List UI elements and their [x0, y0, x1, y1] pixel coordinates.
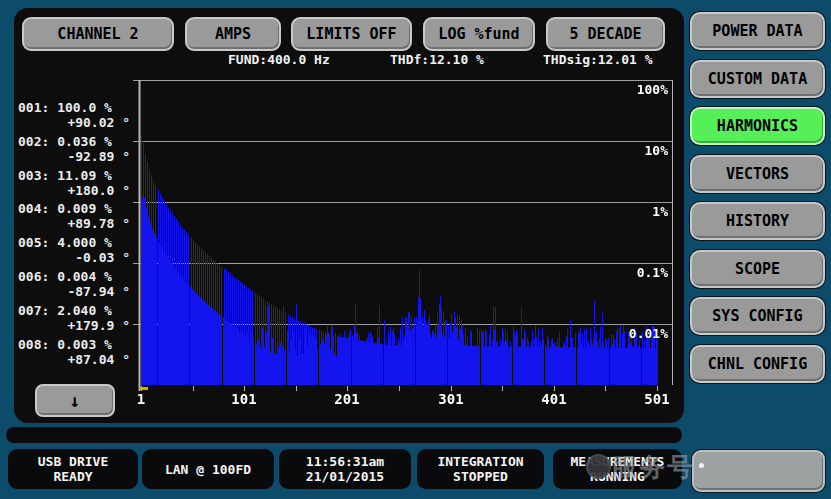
harmonic-phase: -92.89 °: [18, 150, 130, 163]
harmonic-readout-list: 001: 100.0 %+90.02 °002: 0.036 %-92.89 °…: [18, 99, 134, 379]
status-time: 11:56:31am: [306, 454, 384, 469]
harmonic-phase: +87.04 °: [18, 353, 130, 366]
harmonic-readout-row: 008: 0.003 %+87.04 °: [18, 338, 130, 366]
watermark-text: 服务号: [611, 450, 695, 485]
status-date: 21/01/2015: [306, 469, 384, 484]
harmonic-magnitude: 007: 2.040 %: [18, 304, 130, 317]
watermark-dot: [699, 463, 704, 468]
x-axis-label: 401: [524, 391, 584, 407]
instrument-screen: CHANNEL 2 AMPS LIMITS OFF LOG %fund 5 DE…: [0, 0, 831, 499]
harmonic-readout-row: 004: 0.009 %+89.78 °: [18, 202, 130, 230]
thdsig-readout: THDsig:12.01 %: [543, 52, 653, 67]
limits-button[interactable]: LIMITS OFF: [291, 17, 412, 51]
status-integration: INTEGRATION STOPPED: [417, 449, 544, 489]
harmonic-magnitude: 001: 100.0 %: [18, 101, 130, 114]
harmonic-magnitude: 005: 4.000 %: [18, 236, 130, 249]
harmonic-magnitude: 006: 0.004 %: [18, 270, 130, 283]
scroll-down-button[interactable]: ↓: [35, 384, 115, 417]
y-axis-label: 0.1%: [598, 265, 668, 280]
harmonic-phase: +89.78 °: [18, 217, 130, 230]
sidebar-item-chnl-config[interactable]: CHNL CONFIG: [690, 345, 825, 383]
harmonic-phase: +90.02 °: [18, 116, 130, 129]
harmonic-readout-row: 002: 0.036 %-92.89 °: [18, 135, 130, 163]
x-axis-label: 201: [317, 391, 377, 407]
harmonic-readout-row: 006: 0.004 %-87.94 °: [18, 270, 130, 298]
sidebar-item-power-data[interactable]: POWER DATA: [690, 12, 825, 50]
status-integration-line1: INTEGRATION: [437, 454, 523, 469]
harmonic-readout-row: 007: 2.040 %+179.9 °: [18, 304, 130, 332]
harmonic-readout-row: 001: 100.0 %+90.02 °: [18, 101, 130, 129]
sidebar-item-history[interactable]: HISTORY: [690, 202, 825, 240]
x-axis-label: 1: [111, 391, 171, 407]
sidebar-item-harmonics[interactable]: HARMONICS: [690, 107, 825, 145]
harmonic-phase: +179.9 °: [18, 319, 130, 332]
scale-mode-button[interactable]: LOG %fund: [423, 17, 535, 51]
status-clock: 11:56:31am 21/01/2015: [279, 449, 411, 489]
sidebar-item-vectors[interactable]: VECTORS: [690, 155, 825, 193]
status-usb-line2: READY: [53, 469, 92, 484]
y-axis-label: 10%: [598, 143, 668, 158]
status-usb: USB DRIVE READY: [8, 449, 138, 489]
harmonic-readout-row: 003: 11.09 %+180.0 °: [18, 169, 130, 197]
x-axis-label: 501: [627, 391, 687, 407]
status-integration-line2: STOPPED: [453, 469, 508, 484]
harmonic-phase: +180.0 °: [18, 184, 130, 197]
fundamental-frequency-readout: FUND:400.0 Hz: [228, 52, 330, 67]
y-axis-label: 1%: [598, 204, 668, 219]
harmonic-phase: -0.03 °: [18, 251, 130, 264]
status-lan: LAN @ 100FD: [142, 449, 274, 489]
y-axis-label: 100%: [598, 82, 668, 97]
status-lan-line1: LAN @ 100FD: [165, 462, 251, 477]
harmonics-chart: [118, 72, 678, 412]
status-usb-line1: USB DRIVE: [38, 454, 108, 469]
blank-softkey-button: [692, 450, 825, 492]
harmonic-phase: -87.94 °: [18, 285, 130, 298]
y-axis-label: 0.01%: [598, 326, 668, 341]
channel-button[interactable]: CHANNEL 2: [22, 17, 174, 51]
sidebar-item-sys-config[interactable]: SYS CONFIG: [690, 297, 825, 335]
decades-button[interactable]: 5 DECADE: [546, 17, 665, 51]
sidebar-item-custom-data[interactable]: CUSTOM DATA: [690, 60, 825, 98]
sidebar-item-scope[interactable]: SCOPE: [690, 250, 825, 288]
harmonic-magnitude: 008: 0.003 %: [18, 338, 130, 351]
softkey-strip: [6, 427, 682, 443]
x-axis-label: 301: [421, 391, 481, 407]
harmonic-magnitude: 002: 0.036 %: [18, 135, 130, 148]
units-button[interactable]: AMPS: [185, 17, 281, 51]
harmonic-magnitude: 004: 0.009 %: [18, 202, 130, 215]
x-axis-label: 101: [214, 391, 274, 407]
harmonic-readout-row: 005: 4.000 %-0.03 °: [18, 236, 130, 264]
watermark-logo-icon: [586, 454, 611, 479]
thdf-readout: THDf:12.10 %: [390, 52, 484, 67]
harmonic-magnitude: 003: 11.09 %: [18, 169, 130, 182]
